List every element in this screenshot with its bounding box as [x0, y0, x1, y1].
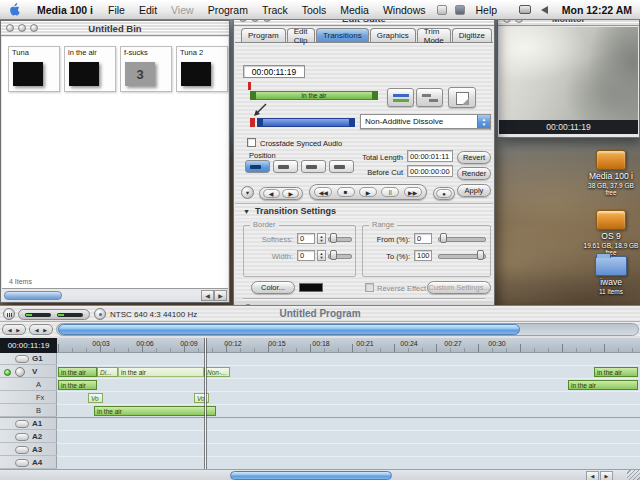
custom-settings-button[interactable]: Custom Settings...: [427, 281, 491, 294]
bin-clip-f-sucks[interactable]: f-sucks 3: [120, 46, 172, 92]
track-header-a3[interactable]: A3: [0, 444, 57, 456]
bin-clip-in-the-air[interactable]: in the air: [64, 46, 116, 92]
position-center-button[interactable]: [273, 160, 298, 173]
display-menu-icon[interactable]: [519, 5, 531, 14]
bin-scrollbar-thumb[interactable]: [4, 291, 62, 300]
track-toggle[interactable]: [15, 433, 29, 441]
apply-button[interactable]: Apply: [457, 184, 491, 197]
transition-tag[interactable]: Non-...: [204, 367, 230, 377]
transition-tag[interactable]: Di...: [97, 367, 118, 377]
minimize-button[interactable]: [18, 24, 26, 32]
timeline-clip[interactable]: in the air: [118, 367, 204, 377]
menu-extra-icon-2[interactable]: [455, 5, 465, 15]
timeline-scrollbar-thumb[interactable]: [230, 471, 392, 480]
track-header-g1[interactable]: G1: [0, 353, 57, 365]
menu-program[interactable]: Program: [201, 0, 255, 20]
menu-edit[interactable]: Edit: [132, 0, 164, 20]
menu-view[interactable]: View: [164, 0, 201, 20]
track-toggle[interactable]: [15, 420, 29, 428]
bin-titlebar[interactable]: Untitled Bin: [1, 21, 229, 36]
softness-field[interactable]: 0: [297, 233, 315, 244]
track-toggle[interactable]: [15, 367, 25, 377]
fast-forward-button[interactable]: ▶▶: [404, 187, 422, 197]
menu-tools[interactable]: Tools: [295, 0, 334, 20]
panel-disclosure-button[interactable]: ▼: [241, 186, 254, 199]
bin-clip-tuna2[interactable]: Tuna 2: [176, 46, 228, 92]
pause-button[interactable]: ||: [381, 187, 399, 197]
timeline-horizontal-scrollbar[interactable]: ◀ ▶: [0, 469, 640, 480]
to-field[interactable]: 100: [414, 250, 432, 261]
bin-horizontal-scrollbar[interactable]: ◀ ▶: [2, 288, 228, 301]
position-end-button[interactable]: [301, 160, 326, 173]
track-row-a2[interactable]: [57, 431, 640, 443]
desktop-icon-os9[interactable]: OS 9 19.61 GB, 18.9 GB free: [582, 210, 640, 257]
track-toggle[interactable]: [15, 446, 29, 454]
tab-edit-clip[interactable]: Edit Clip: [287, 28, 315, 42]
track-header-b[interactable]: B: [0, 405, 57, 417]
scroll-right-button[interactable]: ▶: [600, 471, 613, 480]
width-stepper[interactable]: ▲▼: [317, 250, 326, 261]
tab-transitions[interactable]: Transitions: [316, 28, 369, 42]
softness-slider[interactable]: [328, 233, 352, 243]
sound-menu-icon[interactable]: [541, 6, 548, 14]
from-slider[interactable]: [438, 233, 486, 243]
reverse-effect-checkbox[interactable]: [365, 283, 374, 292]
width-slider[interactable]: [328, 250, 352, 260]
tab-trim-mode[interactable]: Trim Mode: [417, 28, 451, 42]
zoom-out-group[interactable]: ◀▶: [2, 324, 26, 335]
position-custom-button[interactable]: [329, 160, 354, 173]
transition-type-dropdown[interactable]: Non-Additive Dissolve ▲▼: [360, 114, 491, 129]
track-header-a[interactable]: A: [0, 379, 57, 391]
scroll-right-button[interactable]: ▶: [214, 290, 227, 301]
track-row-a1[interactable]: [57, 418, 640, 430]
width-field[interactable]: 0: [297, 250, 315, 261]
stop-button[interactable]: ■: [337, 187, 355, 197]
total-length-field[interactable]: 00:00:01:11: [407, 150, 453, 162]
play-button[interactable]: ▶: [359, 187, 377, 197]
close-button[interactable]: [6, 24, 14, 32]
track-row-a3[interactable]: [57, 444, 640, 456]
page-peel-button[interactable]: [448, 87, 476, 108]
next-edit-button[interactable]: ▶: [282, 189, 299, 198]
timeline-pan-thumb[interactable]: [58, 324, 520, 335]
menu-help[interactable]: Help: [469, 0, 505, 20]
apple-menu[interactable]: [0, 3, 29, 16]
timeline-ruler[interactable]: 00:03 00:06 00:09 00:12 00:15 00:18 00:2…: [57, 338, 640, 353]
track-header-a1[interactable]: A1: [0, 418, 57, 430]
transition-timecode[interactable]: 00:00:11:19: [243, 65, 305, 78]
outgoing-clip-bar[interactable]: in the air: [250, 91, 378, 100]
track-row-fx[interactable]: [57, 392, 640, 404]
fx-marker[interactable]: Vo: [88, 393, 103, 403]
track-row-a4[interactable]: [57, 457, 640, 469]
zoom-button[interactable]: [30, 24, 38, 32]
scroll-left-button[interactable]: ◀: [201, 290, 214, 301]
loop-button[interactable]: ●: [436, 189, 452, 198]
to-slider[interactable]: [438, 250, 486, 260]
track-header-fx[interactable]: Fx: [0, 392, 57, 404]
desktop-icon-media100i[interactable]: Media 100 i 38 GB, 37.9 GB free: [582, 150, 640, 197]
scroll-left-button[interactable]: ◀: [586, 471, 599, 480]
track-toggle[interactable]: [15, 355, 29, 363]
timeline-clip[interactable]: in the air: [94, 406, 216, 416]
before-cut-field[interactable]: 00:00:00:00: [407, 165, 453, 177]
zoom-in-group[interactable]: ◀▶: [29, 324, 53, 335]
color-button[interactable]: Color...: [251, 281, 295, 294]
transition-settings-header[interactable]: ▼ Transition Settings: [235, 203, 493, 218]
playhead[interactable]: [205, 338, 206, 469]
desktop-icon-iwave[interactable]: iwave 11 items: [582, 252, 640, 295]
slider-thumb[interactable]: [330, 250, 337, 260]
tab-digitize[interactable]: Digitize: [452, 28, 492, 42]
position-start-button[interactable]: [245, 160, 270, 173]
timeline-timecode[interactable]: 00:00:11:19: [0, 338, 57, 353]
timeline-pan-track[interactable]: [56, 323, 639, 336]
menu-track[interactable]: Track: [255, 0, 295, 20]
resize-grip[interactable]: [627, 470, 640, 480]
track-header-a2[interactable]: A2: [0, 431, 57, 443]
menu-windows[interactable]: Windows: [376, 0, 433, 20]
track-row-g1[interactable]: [57, 353, 640, 365]
menu-clock[interactable]: Mon 12:22 AM: [554, 4, 640, 16]
menu-extra-icon-1[interactable]: [437, 5, 447, 15]
bin-clip-tuna[interactable]: Tuna: [8, 46, 60, 92]
slider-thumb[interactable]: [440, 233, 447, 243]
timeline-clip[interactable]: in the air: [594, 367, 638, 377]
